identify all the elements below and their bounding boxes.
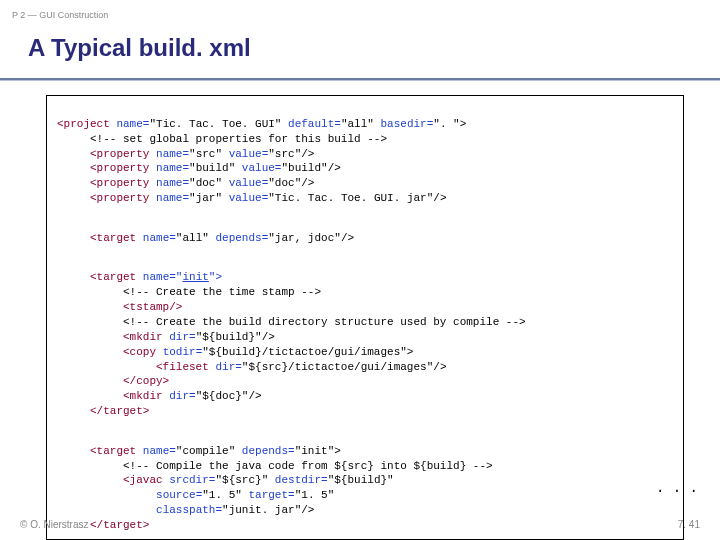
code-block-3: <target name="init"> <!-- Create the tim… [57,270,673,418]
footer-copyright: © O. Nierstrasz [20,519,89,530]
footer-page-number: 7. 41 [678,519,700,530]
code-block-2: <target name="all" depends="jar, jdoc"/> [57,231,673,246]
breadcrumb: P 2 — GUI Construction [0,0,720,20]
footer: © O. Nierstrasz 7. 41 [20,519,700,530]
code-box: <project name="Tic. Tac. Toe. GUI" defau… [46,95,684,540]
ellipsis: . . . [656,480,698,496]
code-block-1: <project name="Tic. Tac. Toe. GUI" defau… [57,117,673,206]
page-title: A Typical build. xml [28,34,720,62]
divider-light [0,80,720,81]
